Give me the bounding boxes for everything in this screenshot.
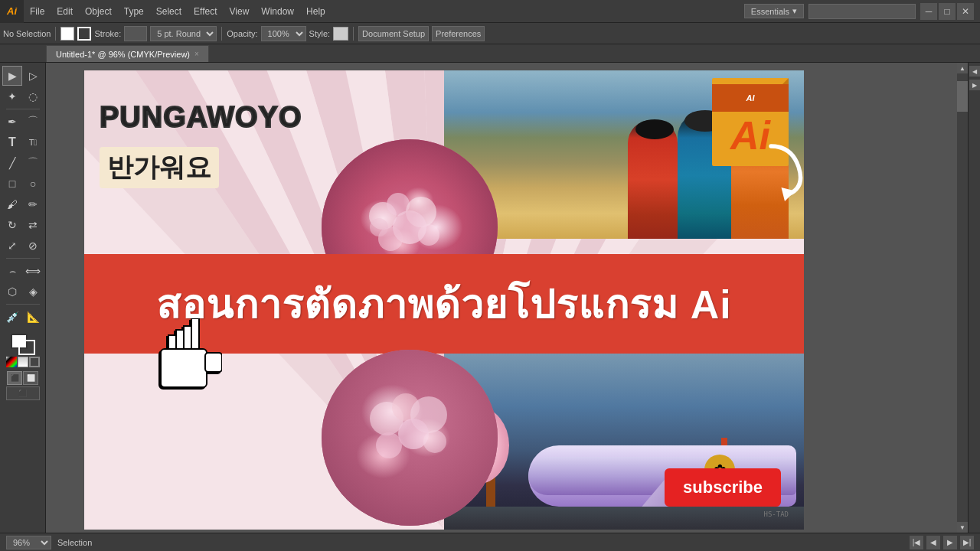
shape-builder-tool[interactable]: ◈ xyxy=(23,282,43,302)
panel-toggle-1[interactable]: ◀ xyxy=(969,66,980,77)
menu-view[interactable]: View xyxy=(224,0,256,23)
menu-window[interactable]: Window xyxy=(255,0,300,23)
tool-row-4: T T⃣ xyxy=(2,132,43,152)
stroke-color-box[interactable] xyxy=(124,26,147,41)
status-tool-label: Selection xyxy=(57,538,92,547)
width-tool[interactable]: ⟺ xyxy=(23,261,43,281)
color-icon[interactable] xyxy=(6,357,17,367)
arrow-curved xyxy=(750,139,819,208)
subscribe-button[interactable]: subscribe xyxy=(665,468,781,507)
svg-rect-38 xyxy=(161,349,207,387)
color-mode-row xyxy=(6,357,40,367)
selection-tool[interactable]: ▶ xyxy=(2,66,22,86)
minimize-button[interactable]: ─ xyxy=(920,3,937,20)
canvas-scrollbar: ▲ ▼ xyxy=(957,63,968,533)
ai-file-label-text: AI xyxy=(746,93,755,103)
text-tool[interactable]: T xyxy=(2,132,22,152)
menu-help[interactable]: Help xyxy=(300,0,332,23)
stroke-swatch-icon[interactable] xyxy=(77,27,91,41)
tool-separator-1 xyxy=(6,109,40,109)
line-tool[interactable]: ╱ xyxy=(2,153,22,173)
change-screen-mode[interactable]: ⬛ xyxy=(7,371,22,385)
curvature-tool[interactable]: ⌒ xyxy=(23,112,43,132)
pen-tool[interactable]: ✒ xyxy=(2,112,22,132)
preferences-button[interactable]: Preferences xyxy=(432,26,485,41)
menu-select[interactable]: Select xyxy=(150,0,188,23)
style-box[interactable] xyxy=(333,27,348,41)
shear-tool[interactable]: ⊘ xyxy=(23,236,43,256)
arc-tool[interactable]: ⌒ xyxy=(23,153,43,173)
ai-logo-icon[interactable]: Ai xyxy=(0,0,24,23)
screen-mode-area: ⬛ ⬜ ⬛ xyxy=(6,371,40,400)
menu-edit[interactable]: Edit xyxy=(51,0,79,23)
menu-file[interactable]: File xyxy=(24,0,51,23)
tool-row-2: ✦ ◌ xyxy=(2,86,43,106)
scroll-up-button[interactable]: ▲ xyxy=(957,63,968,73)
search-box[interactable] xyxy=(808,4,916,19)
options-toolbar: No Selection Stroke: 5 pt. Round Opacity… xyxy=(0,23,980,44)
menu-effect[interactable]: Effect xyxy=(188,0,223,23)
close-button[interactable]: ✕ xyxy=(957,3,974,20)
none-icon[interactable] xyxy=(29,357,40,367)
stroke-size-select[interactable]: 5 pt. Round xyxy=(150,26,217,41)
maximize-button[interactable]: □ xyxy=(939,3,956,20)
stroke-color-box-tool[interactable] xyxy=(18,340,35,355)
reflect-tool[interactable]: ⇄ xyxy=(23,215,43,235)
ai-file-icon: AI Ai xyxy=(704,78,796,178)
svg-point-31 xyxy=(376,432,402,458)
fill-stroke-widget[interactable] xyxy=(11,334,35,355)
ellipse-tool[interactable]: ○ xyxy=(23,174,43,194)
tab-close-button[interactable]: × xyxy=(194,50,199,58)
eyedropper-tool[interactable]: 💉 xyxy=(2,307,22,327)
scroll-down-button[interactable]: ▼ xyxy=(957,522,968,533)
svg-rect-39 xyxy=(205,353,222,372)
tool-row-9: ⤢ ⊘ xyxy=(2,236,43,256)
tool-row-10: ⌢ ⟺ xyxy=(2,261,43,281)
panel-toggle-2[interactable]: ▶ xyxy=(969,80,980,90)
measure-tool[interactable]: 📐 xyxy=(23,307,43,327)
status-bar: 96% 100% 150% 200% Selection |◀ ◀ ▶ ▶| xyxy=(0,533,980,551)
toolbar-separator-3 xyxy=(353,27,354,41)
search-input[interactable] xyxy=(814,7,910,16)
lasso-tool[interactable]: ◌ xyxy=(23,86,43,106)
paintbrush-tool[interactable]: 🖌 xyxy=(2,194,22,214)
ground xyxy=(444,507,804,530)
circle-cherry-2 xyxy=(322,350,498,526)
direct-selection-tool[interactable]: ▷ xyxy=(23,66,43,86)
document-setup-button[interactable]: Document Setup xyxy=(358,26,429,41)
gradient-icon[interactable] xyxy=(18,357,28,367)
first-page-btn[interactable]: |◀ xyxy=(910,536,923,549)
scroll-track[interactable] xyxy=(957,73,968,522)
stroke-label: Stroke: xyxy=(94,29,121,38)
last-page-btn[interactable]: ▶| xyxy=(960,536,974,549)
menu-type[interactable]: Type xyxy=(118,0,150,23)
tool-row-1: ▶ ▷ xyxy=(2,66,43,86)
document-tab[interactable]: Untitled-1* @ 96% (CMYK/Preview) × xyxy=(46,45,209,62)
fill-swatch[interactable] xyxy=(60,27,74,41)
warp-tool[interactable]: ⌢ xyxy=(2,261,22,281)
essentials-chevron: ▾ xyxy=(792,6,797,16)
next-page-btn[interactable]: ▶ xyxy=(943,536,957,549)
pencil-tool[interactable]: ✏ xyxy=(23,194,43,214)
scale-tool[interactable]: ⤢ xyxy=(2,236,22,256)
menu-object[interactable]: Object xyxy=(79,0,118,23)
touch-type-tool[interactable]: T⃣ xyxy=(23,132,43,152)
rotate-tool[interactable]: ↻ xyxy=(2,215,22,235)
ai-file-label: AI xyxy=(712,84,789,112)
full-screen-mode[interactable]: ⬜ xyxy=(23,371,38,385)
opacity-select[interactable]: 100% xyxy=(261,26,306,41)
essentials-button[interactable]: Essentials ▾ xyxy=(744,4,804,18)
magic-wand-tool[interactable]: ✦ xyxy=(2,86,22,106)
screen-mode-btn[interactable]: ⬛ xyxy=(6,386,40,400)
tool-row-11: ⬡ ◈ xyxy=(2,282,43,302)
scroll-thumb[interactable] xyxy=(957,81,968,112)
rect-tool[interactable]: □ xyxy=(2,174,22,194)
prev-page-btn[interactable]: ◀ xyxy=(926,536,940,549)
tool-row-3: ✒ ⌒ xyxy=(2,112,43,132)
zoom-select[interactable]: 96% 100% 150% 200% xyxy=(6,536,51,549)
no-selection-label: No Selection xyxy=(3,29,51,38)
view-modes: ⬛ ⬜ xyxy=(7,371,38,385)
style-label: Style: xyxy=(309,29,331,38)
tab-bar: Untitled-1* @ 96% (CMYK/Preview) × xyxy=(0,44,980,63)
free-transform-tool[interactable]: ⬡ xyxy=(2,282,22,302)
